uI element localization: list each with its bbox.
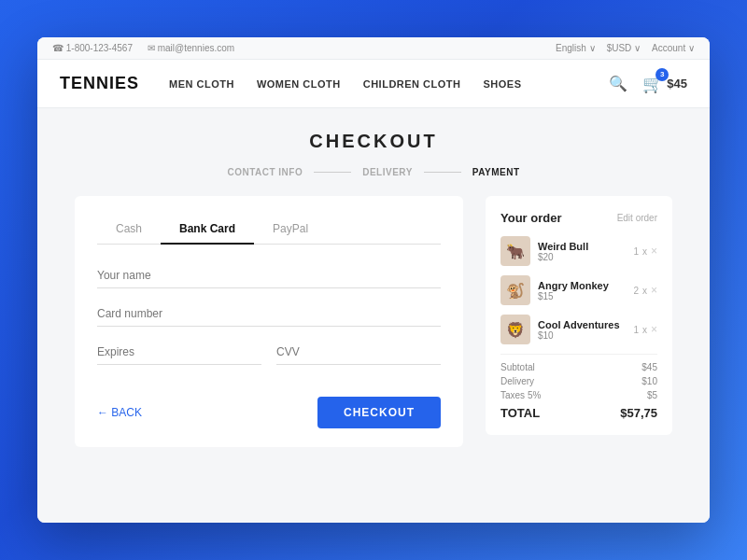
order-item-3: 🦁 Cool Adventures $10 1 x × <box>500 315 657 344</box>
item-price-3: $10 <box>538 330 626 341</box>
cart-badge: 3 <box>655 68 669 81</box>
cvv-field-group <box>276 340 441 365</box>
email-label: ✉ mail@tennies.com <box>148 43 234 53</box>
checkout-layout: Cash Bank Card PayPal <box>75 196 672 447</box>
form-actions: ← BACK CHECKOUT <box>97 397 441 428</box>
item-qty-unit-3: x <box>642 325 647 335</box>
cart-amount: $45 <box>667 77 687 91</box>
expires-field-group <box>97 340 261 365</box>
cart-button[interactable]: 🛒 3 $45 <box>642 74 687 94</box>
item-qty-3: 1 <box>633 325 639 335</box>
payment-form-area: Cash Bank Card PayPal <box>75 196 463 447</box>
item-price-2: $15 <box>538 291 626 301</box>
taxes-line: Taxes 5% $5 <box>500 390 657 400</box>
step-divider-2 <box>424 172 461 173</box>
main-content: CHECKOUT CONTACT INFO DELIVERY PAYMENT C… <box>37 108 710 523</box>
checkout-button[interactable]: CHECKOUT <box>317 397 441 428</box>
total-value: $57,75 <box>620 406 657 420</box>
order-item-1: 🐂 Weird Bull $20 1 x × <box>500 236 657 266</box>
item-qty-remove-2: 2 x × <box>633 284 657 297</box>
item-info-1: Weird Bull $20 <box>538 241 626 262</box>
delivery-line: Delivery $10 <box>500 376 657 386</box>
order-summary: Your order Edit order 🐂 Weird Bull $20 1… <box>486 196 672 435</box>
subtotal-line: Subtotal $45 <box>500 362 657 372</box>
item-name-3: Cool Adventures <box>538 319 626 330</box>
cvv-input[interactable] <box>276 340 441 365</box>
nav-shoes[interactable]: SHOES <box>484 78 522 90</box>
subtotal-value: $45 <box>641 362 657 372</box>
delivery-label: Delivery <box>500 376 534 386</box>
remove-item-1[interactable]: × <box>651 245 657 258</box>
taxes-value: $5 <box>647 390 657 400</box>
step-contact: CONTACT INFO <box>216 167 314 177</box>
tab-cash[interactable]: Cash <box>97 215 161 245</box>
total-line: TOTAL $57,75 <box>500 406 657 420</box>
total-label: TOTAL <box>500 406 540 420</box>
order-header: Your order Edit order <box>500 211 657 225</box>
back-button[interactable]: ← BACK <box>97 406 142 419</box>
step-payment: PAYMENT <box>461 167 531 177</box>
remove-item-3[interactable]: × <box>651 323 657 336</box>
item-qty-unit-1: x <box>642 246 647 257</box>
browser-window: ☎ 1-800-123-4567 ✉ mail@tennies.com Engl… <box>37 37 710 523</box>
subtotal-label: Subtotal <box>500 362 535 372</box>
step-delivery: DELIVERY <box>351 167 424 177</box>
nav-links: MEN CLOTH WOMEN CLOTH CHILDREN CLOTH SHO… <box>169 78 609 90</box>
item-thumb-1: 🐂 <box>500 236 530 266</box>
payment-tabs: Cash Bank Card PayPal <box>97 215 441 245</box>
nav-men-cloth[interactable]: MEN CLOTH <box>169 78 234 90</box>
item-qty-2: 2 <box>633 286 639 296</box>
card-input[interactable] <box>97 301 441 327</box>
tab-bank-card[interactable]: Bank Card <box>161 215 254 245</box>
name-field-group <box>97 263 441 288</box>
nav-right: 🔍 🛒 3 $45 <box>609 74 687 94</box>
remove-item-2[interactable]: × <box>651 284 657 297</box>
taxes-label: Taxes 5% <box>500 390 541 400</box>
order-divider <box>500 354 657 355</box>
step-divider-1 <box>314 172 351 173</box>
phone-label: ☎ 1-800-123-4567 <box>52 43 133 53</box>
item-price-1: $20 <box>538 252 626 262</box>
page-title: CHECKOUT <box>75 131 672 152</box>
item-thumb-3: 🦁 <box>500 315 530 344</box>
nav-children-cloth[interactable]: CHILDREN CLOTH <box>363 78 461 90</box>
search-icon[interactable]: 🔍 <box>609 75 627 92</box>
item-info-3: Cool Adventures $10 <box>538 319 626 341</box>
order-item-2: 🐒 Angry Monkey $15 2 x × <box>500 275 657 305</box>
brand-logo: TENNIES <box>60 74 139 93</box>
tab-paypal[interactable]: PayPal <box>254 215 327 245</box>
name-input[interactable] <box>97 263 441 288</box>
navbar: TENNIES MEN CLOTH WOMEN CLOTH CHILDREN C… <box>37 60 710 108</box>
item-qty-remove-1: 1 x × <box>633 245 657 258</box>
top-bar: ☎ 1-800-123-4567 ✉ mail@tennies.com Engl… <box>37 37 710 60</box>
item-thumb-2: 🐒 <box>500 275 530 305</box>
expiry-cvv-row <box>97 340 441 378</box>
delivery-value: $10 <box>641 376 657 386</box>
item-qty-1: 1 <box>633 246 639 257</box>
item-info-2: Angry Monkey $15 <box>538 280 626 301</box>
order-title: Your order <box>500 211 562 225</box>
language-selector[interactable]: English ∨ <box>556 43 596 53</box>
nav-women-cloth[interactable]: WOMEN CLOTH <box>257 78 341 90</box>
edit-order-link[interactable]: Edit order <box>617 213 657 223</box>
item-name-1: Weird Bull <box>538 241 626 252</box>
item-qty-unit-2: x <box>642 286 647 296</box>
expires-input[interactable] <box>97 340 261 365</box>
item-name-2: Angry Monkey <box>538 280 626 291</box>
account-menu[interactable]: Account ∨ <box>652 43 695 53</box>
card-field-group <box>97 301 441 327</box>
item-qty-remove-3: 1 x × <box>633 323 657 336</box>
currency-selector[interactable]: $USD ∨ <box>607 43 641 53</box>
checkout-steps: CONTACT INFO DELIVERY PAYMENT <box>75 167 672 177</box>
